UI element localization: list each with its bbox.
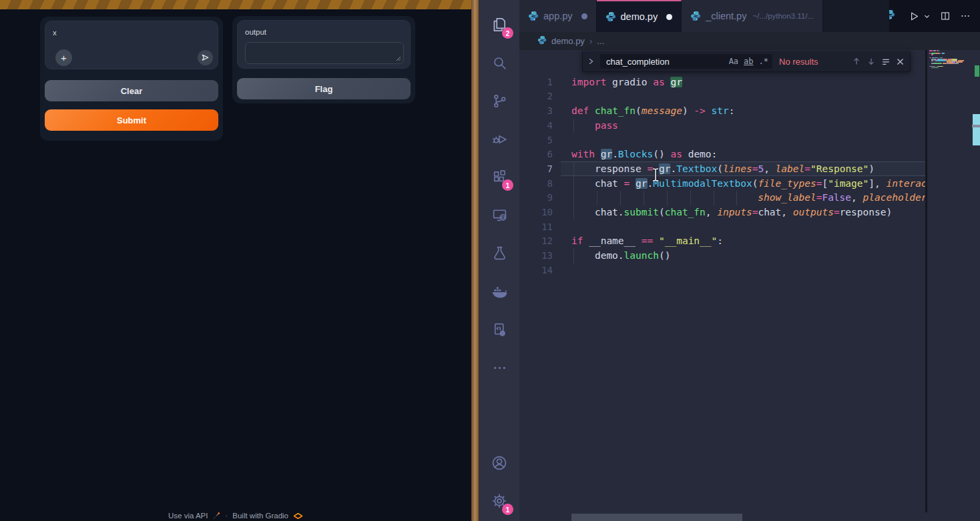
clear-button[interactable]: Clear [45, 80, 218, 101]
line-number: 10 [519, 205, 553, 220]
code-line[interactable]: with gr.Blocks() as demo: [571, 147, 717, 162]
multimodal-textbox[interactable]: x + [45, 21, 218, 69]
submit-button[interactable]: Submit [45, 109, 218, 131]
minimap-line [929, 50, 939, 51]
tab-demo.py[interactable]: demo.py [597, 0, 682, 32]
resize-handle-icon[interactable] [396, 56, 401, 61]
code-line[interactable]: if __name__ == "__main__": [571, 234, 723, 249]
code-line[interactable]: show_label=False, placeholder= [571, 191, 925, 205]
line-number: 1 [519, 75, 553, 90]
activity-item-extensions[interactable]: 1 [483, 161, 515, 193]
find-query-text[interactable]: chat_completion [606, 57, 724, 67]
tab-label: app.py [543, 11, 573, 21]
activity-item-source-control[interactable] [483, 85, 515, 117]
gradio-input-group: x + Clear Submit [40, 17, 223, 141]
send-button[interactable] [198, 50, 213, 65]
code-line[interactable]: demo.launch() [571, 249, 670, 264]
tab-label: demo.py [621, 11, 658, 22]
input-label: x [53, 29, 57, 37]
badge: 1 [502, 179, 513, 191]
code-line[interactable]: chat = gr.MultimodalTextbox(file_types=[… [571, 177, 925, 191]
find-previous-button[interactable] [852, 57, 861, 66]
breadcrumb[interactable]: demo.py › ... [519, 32, 980, 50]
attach-file-button[interactable]: + [55, 49, 72, 66]
plus-icon: + [61, 53, 67, 63]
modified-dot-icon[interactable] [666, 14, 672, 20]
breadcrumb-file[interactable]: demo.py [551, 36, 585, 46]
whole-word-toggle[interactable]: ab [744, 57, 753, 66]
code-line[interactable]: pass [571, 119, 618, 133]
run-debug-icon [491, 131, 508, 147]
built-with-gradio-link[interactable]: Built with Gradio [232, 512, 288, 520]
code-line[interactable]: def chat_fn(message) -> str: [571, 104, 735, 119]
minimap-line [929, 63, 959, 64]
find-collapse-chevron[interactable] [587, 57, 595, 65]
text-cursor-pointer [651, 167, 660, 182]
ellipsis-icon [960, 11, 971, 21]
run-button[interactable] [909, 11, 931, 22]
code-line[interactable]: response = gr.Textbox(lines=5, label="Re… [571, 162, 875, 177]
use-via-api-link[interactable]: Use via API [168, 512, 208, 520]
minimap-border [925, 50, 927, 512]
find-next-button[interactable] [867, 57, 876, 66]
close-icon [896, 57, 905, 66]
find-input[interactable]: chat_completion Aa ab .* [600, 54, 772, 69]
activity-item-account[interactable] [483, 447, 515, 479]
activity-item-more[interactable] [483, 352, 515, 384]
output-box: output [237, 20, 411, 69]
code-line[interactable]: import gradio as gr [571, 75, 682, 90]
breadcrumb-chevron: › [589, 36, 592, 46]
modified-dot-icon[interactable] [581, 13, 587, 19]
tab-_client.py[interactable]: _client.py~/.../python3.11/... [682, 0, 823, 32]
activity-item-runner-settings[interactable] [483, 314, 515, 346]
activity-item-docker[interactable] [483, 276, 515, 308]
gradio-loading-bar [0, 0, 471, 9]
line-number: 4 [519, 119, 553, 133]
flag-button[interactable]: Flag [237, 78, 411, 99]
find-widget: chat_completion Aa ab .* No results [582, 51, 911, 72]
activity-item-run-debug[interactable] [483, 123, 515, 155]
editor-actions [889, 0, 980, 32]
docker-icon [491, 283, 509, 301]
source-control-icon [491, 93, 508, 109]
search-icon [491, 55, 508, 71]
line-number: 5 [519, 133, 553, 148]
minimap[interactable] [928, 50, 972, 512]
activity-item-settings-gear[interactable]: 1 [483, 485, 515, 517]
badge: 1 [502, 504, 513, 515]
line-number: 7 [519, 162, 553, 177]
more-icon [491, 360, 508, 376]
gradio-logo-icon [293, 512, 303, 520]
more-actions-button[interactable] [960, 11, 971, 21]
tab-app.py[interactable]: app.py [519, 0, 597, 32]
line-number: 14 [519, 264, 553, 278]
split-editor-button[interactable] [940, 11, 951, 21]
activity-bar: 211 [479, 0, 519, 521]
code-line[interactable]: chat.submit(chat_fn, inputs=chat, output… [571, 205, 892, 220]
account-icon [491, 454, 508, 472]
line-number: 3 [519, 104, 553, 119]
line-number: 6 [519, 147, 553, 162]
horizontal-scrollbar-thumb[interactable] [571, 514, 742, 521]
badge: 2 [502, 27, 513, 39]
output-label: output [245, 28, 266, 36]
activity-item-files[interactable]: 2 [483, 9, 515, 41]
find-close-button[interactable] [896, 57, 905, 66]
regex-toggle[interactable]: .* [759, 57, 768, 66]
match-case-toggle[interactable]: Aa [729, 57, 738, 66]
activity-item-testing-beaker[interactable] [483, 237, 515, 269]
activity-item-remote-explorer[interactable] [483, 199, 515, 231]
breadcrumb-more[interactable]: ... [597, 36, 604, 46]
activity-item-search[interactable] [483, 47, 515, 79]
code-editor[interactable]: 1import gradio as gr23def chat_fn(messag… [519, 50, 925, 512]
runner-settings-icon [491, 322, 508, 338]
line-number: 11 [519, 220, 553, 235]
send-arrow-icon [201, 53, 210, 62]
chevron-down-icon [923, 13, 931, 20]
output-textarea[interactable] [245, 42, 404, 64]
tab-label: _client.py [706, 11, 746, 21]
tab-description: ~/.../python3.11/... [752, 12, 814, 20]
overview-ruler [972, 50, 980, 512]
find-in-selection-button[interactable] [881, 57, 891, 66]
line-number: 9 [519, 191, 553, 205]
